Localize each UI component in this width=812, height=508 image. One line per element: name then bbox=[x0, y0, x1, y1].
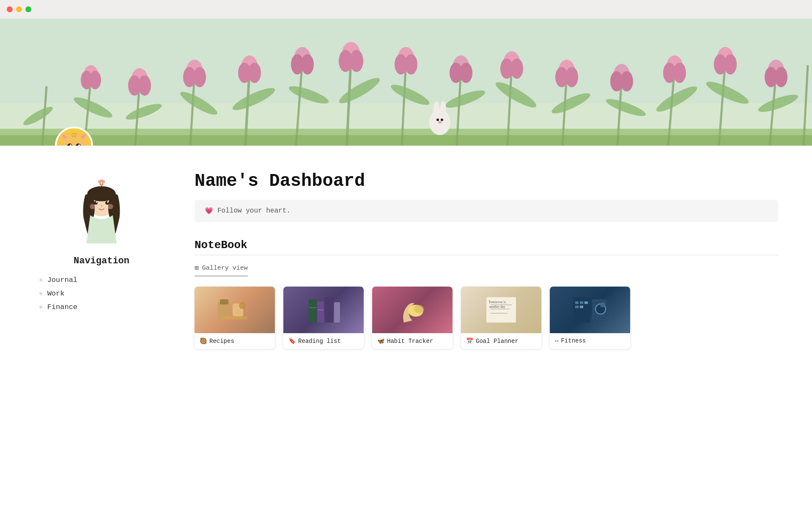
sidebar-illustration bbox=[59, 179, 144, 247]
svg-point-111 bbox=[107, 202, 109, 203]
svg-point-47 bbox=[350, 50, 363, 72]
svg-point-112 bbox=[90, 204, 95, 209]
habit-icon: 🦋 bbox=[377, 337, 384, 345]
gallery-label: Gallery view bbox=[202, 265, 248, 272]
card-habit-label: 🦋 Habit Tracker bbox=[372, 333, 453, 349]
svg-point-53 bbox=[460, 63, 472, 83]
card-recipes[interactable]: 🥘 Recipes bbox=[195, 287, 275, 349]
svg-rect-138 bbox=[584, 301, 588, 304]
sidebar-item-journal[interactable]: ✳ Journal bbox=[34, 273, 169, 287]
journal-label: Journal bbox=[47, 276, 77, 284]
svg-text:another day: another day bbox=[489, 305, 505, 309]
svg-point-81 bbox=[436, 119, 439, 121]
maximize-button[interactable] bbox=[25, 6, 31, 12]
svg-rect-122 bbox=[325, 297, 333, 323]
svg-point-50 bbox=[405, 54, 417, 75]
card-reading[interactable]: 🔖 Reading list bbox=[283, 287, 364, 349]
card-fitness-image bbox=[550, 287, 630, 333]
banner-illustration bbox=[0, 19, 812, 146]
svg-rect-76 bbox=[0, 135, 812, 146]
quote-emoji: 💗 bbox=[205, 207, 213, 215]
card-reading-label: 🔖 Reading list bbox=[283, 333, 364, 349]
svg-point-71 bbox=[775, 67, 787, 87]
minimize-button[interactable] bbox=[16, 6, 22, 12]
svg-text:Tomorrow is: Tomorrow is bbox=[488, 300, 506, 304]
card-goal-label: 📅 Goal Planner bbox=[461, 333, 541, 349]
svg-point-74 bbox=[138, 75, 151, 96]
svg-point-59 bbox=[565, 67, 578, 87]
svg-point-102 bbox=[100, 182, 102, 184]
svg-point-110 bbox=[96, 202, 98, 203]
sidebar-item-finance[interactable]: ✳ Finance bbox=[34, 300, 169, 314]
work-label: Work bbox=[47, 290, 65, 298]
gallery-view-bar[interactable]: ⊞ Gallery view bbox=[195, 264, 248, 276]
main-wrapper: Navigation ✳ Journal ✳ Work ✳ Finance Na… bbox=[0, 0, 812, 349]
svg-point-142 bbox=[600, 302, 605, 307]
goal-icon: 📅 bbox=[466, 337, 473, 345]
content-area: Navigation ✳ Journal ✳ Work ✳ Finance Na… bbox=[0, 171, 812, 349]
svg-point-114 bbox=[101, 205, 102, 207]
gallery-grid-icon: ⊞ bbox=[195, 264, 199, 272]
window-chrome bbox=[0, 0, 812, 19]
sidebar: Navigation ✳ Journal ✳ Work ✳ Finance bbox=[34, 171, 169, 349]
recipes-icon: 🥘 bbox=[200, 337, 207, 345]
svg-rect-120 bbox=[309, 299, 316, 323]
notebook-title: NoteBook bbox=[195, 239, 778, 251]
page-title: Name's Dashboard bbox=[195, 171, 778, 191]
svg-rect-121 bbox=[317, 301, 324, 323]
svg-point-35 bbox=[89, 71, 101, 89]
avatar bbox=[55, 127, 93, 146]
card-habit[interactable]: 🦋 Habit Tracker bbox=[372, 287, 453, 349]
svg-point-109 bbox=[105, 201, 109, 205]
nav-title: Navigation bbox=[34, 256, 169, 266]
svg-rect-137 bbox=[580, 301, 583, 304]
avatar-container bbox=[55, 127, 93, 146]
finance-label: Finance bbox=[47, 303, 77, 311]
card-fitness[interactable]: ↔ Fitness bbox=[550, 287, 630, 349]
journal-icon: ✳ bbox=[39, 276, 43, 284]
svg-point-62 bbox=[620, 71, 633, 91]
card-fitness-label: ↔ Fitness bbox=[550, 333, 630, 348]
svg-point-38 bbox=[193, 67, 206, 87]
svg-rect-123 bbox=[334, 302, 340, 323]
card-goal[interactable]: Tomorrow is another day 📅 Goal Planner bbox=[461, 287, 541, 349]
notebook-section: NoteBook ⊞ Gallery view bbox=[195, 239, 778, 349]
svg-point-83 bbox=[438, 121, 442, 124]
svg-rect-136 bbox=[575, 301, 579, 304]
svg-rect-116 bbox=[220, 299, 228, 304]
banner bbox=[0, 19, 812, 146]
svg-rect-119 bbox=[222, 316, 247, 320]
card-habit-image bbox=[372, 287, 453, 333]
finance-icon: ✳ bbox=[39, 303, 43, 311]
fitness-icon: ↔ bbox=[555, 337, 558, 344]
svg-point-82 bbox=[441, 119, 443, 121]
svg-rect-140 bbox=[580, 306, 583, 308]
card-recipes-image bbox=[195, 287, 275, 333]
svg-rect-134 bbox=[573, 297, 590, 323]
svg-point-68 bbox=[724, 54, 737, 75]
close-button[interactable] bbox=[7, 6, 13, 12]
svg-point-44 bbox=[301, 54, 314, 75]
svg-point-118 bbox=[239, 302, 246, 309]
reading-icon: 🔖 bbox=[288, 337, 296, 345]
svg-point-65 bbox=[673, 63, 686, 83]
svg-point-56 bbox=[510, 58, 523, 79]
svg-point-127 bbox=[414, 305, 424, 313]
svg-point-113 bbox=[108, 204, 113, 209]
svg-point-41 bbox=[248, 63, 261, 83]
gallery-grid: 🥘 Recipes bbox=[195, 287, 778, 349]
card-reading-image bbox=[283, 287, 364, 333]
card-recipes-label: 🥘 Recipes bbox=[195, 333, 275, 349]
quote-bar: 💗 Follow your heart. bbox=[195, 200, 778, 222]
svg-point-108 bbox=[94, 201, 98, 205]
main-content: Name's Dashboard 💗 Follow your heart. No… bbox=[169, 171, 778, 349]
card-goal-image: Tomorrow is another day bbox=[461, 287, 541, 333]
quote-text: Follow your heart. bbox=[217, 207, 291, 215]
svg-rect-139 bbox=[575, 306, 579, 308]
work-icon: ✳ bbox=[39, 289, 43, 298]
sidebar-item-work[interactable]: ✳ Work bbox=[34, 287, 169, 300]
section-divider bbox=[195, 255, 778, 255]
